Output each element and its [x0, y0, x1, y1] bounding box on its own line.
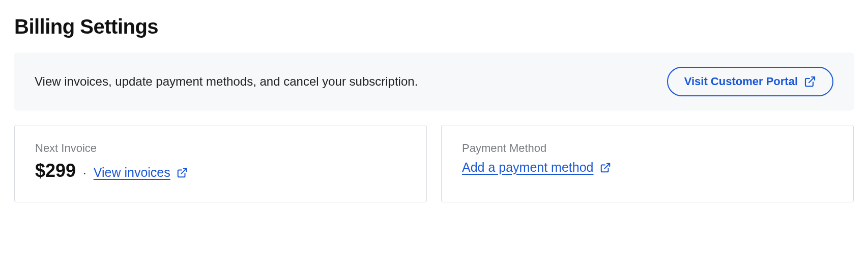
view-invoices-link[interactable]: View invoices: [94, 165, 188, 180]
next-invoice-row: $299 · View invoices: [35, 160, 406, 181]
separator-dot: ·: [83, 166, 86, 180]
payment-method-card: Payment Method Add a payment method: [441, 125, 854, 202]
svg-line-0: [809, 77, 815, 83]
portal-button-label: Visit Customer Portal: [684, 75, 798, 88]
banner-description: View invoices, update payment methods, a…: [35, 74, 418, 89]
svg-line-1: [181, 168, 186, 173]
view-invoices-label: View invoices: [94, 165, 170, 180]
next-invoice-label: Next Invoice: [35, 142, 406, 155]
external-link-icon: [804, 75, 816, 88]
customer-portal-banner: View invoices, update payment methods, a…: [14, 53, 854, 111]
svg-line-2: [604, 163, 610, 168]
payment-method-label: Payment Method: [462, 142, 833, 155]
external-link-icon: [177, 167, 188, 178]
next-invoice-amount: $299: [35, 160, 76, 181]
next-invoice-card: Next Invoice $299 · View invoices: [14, 125, 427, 202]
add-payment-method-label: Add a payment method: [462, 160, 594, 175]
add-payment-method-link[interactable]: Add a payment method: [462, 160, 611, 175]
page-title: Billing Settings: [14, 15, 854, 38]
billing-cards-row: Next Invoice $299 · View invoices Paymen…: [14, 125, 854, 202]
visit-customer-portal-button[interactable]: Visit Customer Portal: [667, 67, 833, 96]
external-link-icon: [600, 162, 611, 173]
